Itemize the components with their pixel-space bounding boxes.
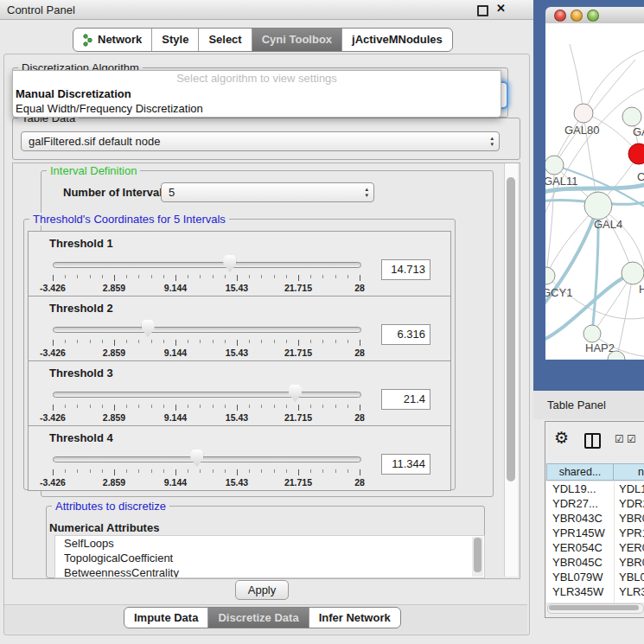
- slider-thumb[interactable]: [223, 255, 236, 272]
- node-label: GCY1: [545, 286, 572, 299]
- tick-label: 2.859: [103, 283, 125, 293]
- slider-thumb[interactable]: [142, 320, 155, 337]
- node-label: GAL4: [594, 218, 622, 231]
- zoom-traffic-light[interactable]: [587, 10, 599, 22]
- tick-label: -3.426: [40, 283, 66, 293]
- table-cell[interactable]: YDL19...: [546, 481, 615, 496]
- table-row[interactable]: YDL19...YDL1: [546, 481, 644, 496]
- combobox-value: 5: [169, 183, 175, 201]
- split-panel-icon[interactable]: [584, 433, 601, 449]
- node-label: C: [637, 170, 644, 183]
- table-cell[interactable]: YPR1: [615, 526, 644, 540]
- apply-button[interactable]: Apply: [235, 580, 289, 600]
- network-node[interactable]: [574, 104, 593, 123]
- column-header[interactable]: n: [614, 463, 644, 481]
- attribute-list-item[interactable]: BetweennessCentrality: [55, 565, 484, 578]
- spinner-arrows-icon: ▴▾: [365, 186, 368, 198]
- tab-style[interactable]: Style: [151, 29, 198, 51]
- tab-discretize-data[interactable]: Discretize Data: [207, 608, 308, 628]
- combobox-value: galFiltered.sif default node: [29, 132, 160, 150]
- settings-scrollbar[interactable]: [504, 163, 518, 577]
- tab-network[interactable]: Network: [73, 29, 151, 51]
- threshold-slider[interactable]: -3.4262.8599.14415.4321.71528: [53, 449, 360, 488]
- table-cell[interactable]: YDL1: [615, 481, 644, 496]
- table-cell[interactable]: YPR145W: [546, 526, 615, 540]
- table-row[interactable]: YLR345WYLR3: [546, 584, 644, 599]
- table-cell[interactable]: YER0: [615, 540, 644, 555]
- network-node[interactable]: [628, 143, 644, 164]
- close-traffic-light[interactable]: [554, 10, 566, 22]
- threshold-slider[interactable]: -3.4262.8599.14415.4321.71528: [53, 254, 360, 294]
- list-scrollbar[interactable]: [472, 537, 483, 577]
- tick-label: 21.715: [284, 477, 312, 488]
- table-row[interactable]: YIL052CYIL0: [546, 599, 644, 603]
- dropdown-options: Manual DiscretizationEqual Width/Frequen…: [13, 86, 501, 116]
- close-icon[interactable]: ✕: [496, 2, 506, 15]
- table-row[interactable]: YBR043CYBR0: [546, 511, 644, 526]
- table-cell[interactable]: YBR0: [615, 555, 644, 570]
- table-row[interactable]: YER054CYER0: [546, 540, 644, 555]
- gear-icon[interactable]: ⚙: [554, 430, 569, 446]
- tick-label: 9.144: [164, 412, 187, 423]
- table-row[interactable]: YPR145WYPR1: [546, 526, 644, 540]
- table-cell[interactable]: YIL0: [615, 599, 642, 603]
- network-node[interactable]: [622, 107, 641, 126]
- table-cell[interactable]: YER054C: [546, 540, 615, 555]
- tab-impute-data[interactable]: Impute Data: [124, 608, 207, 628]
- attribute-list-item[interactable]: TopologicalCoefficient: [55, 551, 484, 565]
- table-cell[interactable]: YBR0: [615, 511, 644, 526]
- table-row[interactable]: YBR045CYBR0: [546, 555, 644, 570]
- threshold-slider[interactable]: -3.4262.8599.14415.4321.71528: [53, 384, 360, 424]
- threshold-value-field[interactable]: 11.344: [381, 454, 430, 475]
- network-node[interactable]: [584, 192, 612, 220]
- threshold-value-field[interactable]: 6.316: [381, 324, 430, 345]
- float-window-icon[interactable]: [477, 5, 488, 16]
- control-tabs: NetworkStyleSelectCyni ToolboxjActiveMNo…: [73, 28, 453, 52]
- tab-infer-network[interactable]: Infer Network: [309, 608, 400, 628]
- column-header[interactable]: shared...: [546, 463, 614, 481]
- threshold-label: Threshold 4: [49, 431, 113, 444]
- checkbox-checked-icon[interactable]: ☑: [615, 434, 624, 444]
- network-node[interactable]: [583, 325, 601, 342]
- scrollbar-thumb[interactable]: [474, 538, 481, 572]
- table-cell[interactable]: YBR045C: [546, 555, 615, 570]
- tab-cyni-toolbox[interactable]: Cyni Toolbox: [252, 29, 341, 51]
- tick-label: 15.43: [226, 412, 248, 423]
- minimize-traffic-light[interactable]: [571, 10, 583, 22]
- tick-label: 21.715: [284, 412, 312, 423]
- threshold-slider[interactable]: -3.4262.8599.14415.4321.71528: [53, 319, 360, 359]
- network-canvas[interactable]: GAL80GACGAL11GAL4GCY1HHAP2: [545, 23, 644, 360]
- table-cell[interactable]: YBL0: [615, 570, 644, 584]
- network-node[interactable]: [622, 262, 644, 284]
- tab-jactivemnodules[interactable]: jActiveMNodules: [341, 29, 452, 51]
- scrollbar-thumb[interactable]: [549, 605, 639, 610]
- scrollbar-thumb[interactable]: [507, 177, 515, 481]
- slider-thumb[interactable]: [190, 450, 203, 467]
- table-cell[interactable]: YIL052C: [546, 599, 615, 603]
- table-cell[interactable]: YDR2: [615, 496, 644, 511]
- table-cell[interactable]: YLR3: [615, 584, 644, 599]
- table-hscrollbar[interactable]: [547, 603, 644, 614]
- dropdown-option[interactable]: Manual Discretization: [13, 86, 501, 101]
- table-cell[interactable]: YBR043C: [546, 511, 615, 526]
- slider-thumb[interactable]: [289, 385, 302, 402]
- threshold-value-field[interactable]: 14.713: [381, 259, 430, 280]
- table-cell[interactable]: YBL079W: [546, 570, 615, 584]
- table-cell[interactable]: YLR345W: [546, 584, 615, 599]
- checkbox-checked-icon[interactable]: ☑: [627, 434, 636, 444]
- number-of-intervals-combobox[interactable]: 5 ▴▾: [161, 182, 374, 202]
- table-cell[interactable]: YDR27...: [546, 496, 615, 511]
- dropdown-option[interactable]: Equal Width/Frequency Discretization: [13, 101, 501, 116]
- table-data-combobox[interactable]: galFiltered.sif default node ▴▾: [21, 131, 500, 151]
- network-node[interactable]: [545, 267, 555, 284]
- table-row[interactable]: YDR27...YDR2: [546, 496, 644, 511]
- tick-label: 15.43: [226, 283, 248, 293]
- network-node[interactable]: [545, 156, 564, 175]
- threshold-value-field[interactable]: 21.4: [381, 389, 430, 410]
- settings-scroll-area: Interval Definition Number of Intervals …: [12, 163, 520, 579]
- attribute-list-item[interactable]: SelfLoops: [55, 536, 484, 551]
- tab-select[interactable]: Select: [198, 29, 251, 51]
- table-row[interactable]: YBL079WYBL0: [546, 570, 644, 584]
- tick-label: -3.426: [40, 477, 66, 488]
- table-rows: YDL19...YDL1YDR27...YDR2YBR043CYBR0YPR14…: [546, 481, 644, 603]
